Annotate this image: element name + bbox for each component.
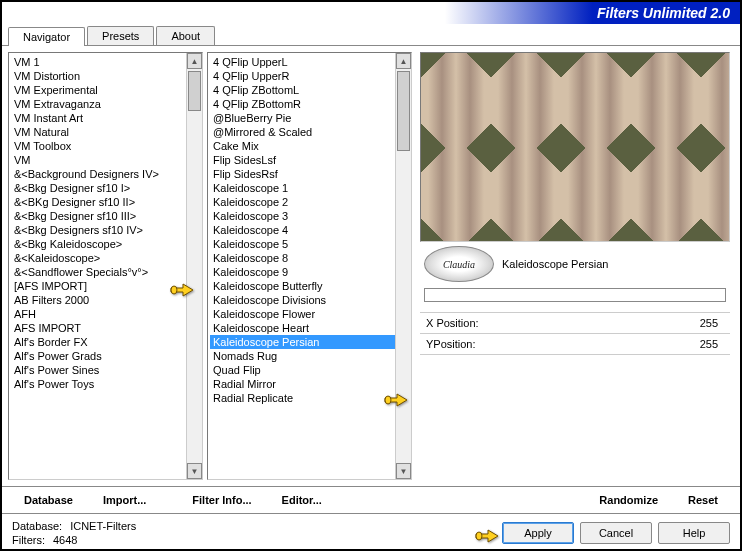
list-item[interactable]: Kaleidoscope 5 bbox=[210, 237, 409, 251]
preview-panel: Claudia Kaleidoscope Persian X Position:… bbox=[416, 52, 734, 480]
list-item[interactable]: Alf's Power Grads bbox=[11, 349, 200, 363]
toolbar: Database Import... Filter Info... Editor… bbox=[2, 486, 740, 514]
footer: Database:ICNET-Filters Filters:4648 Appl… bbox=[2, 514, 740, 551]
randomize-button[interactable]: Randomize bbox=[587, 490, 670, 510]
list-item[interactable]: 4 QFlip ZBottomL bbox=[210, 83, 409, 97]
list-item[interactable]: Alf's Power Sines bbox=[11, 363, 200, 377]
list-item[interactable]: &<Background Designers IV> bbox=[11, 167, 200, 181]
database-button[interactable]: Database bbox=[12, 490, 85, 510]
list-item[interactable]: &<BKg Designer sf10 II> bbox=[11, 195, 200, 209]
list-item[interactable]: 4 QFlip UpperR bbox=[210, 69, 409, 83]
main-panel: VM 1VM DistortionVM ExperimentalVM Extra… bbox=[2, 46, 740, 486]
scroll-up-icon[interactable]: ▲ bbox=[187, 53, 202, 69]
list-item[interactable]: Nomads Rug bbox=[210, 349, 409, 363]
list-item[interactable]: Kaleidoscope 4 bbox=[210, 223, 409, 237]
scroll-down-icon[interactable]: ▼ bbox=[396, 463, 411, 479]
kaleidoscope-preview bbox=[421, 53, 729, 241]
list-item[interactable]: Alf's Power Toys bbox=[11, 377, 200, 391]
title-text: Filters Unlimited 2.0 bbox=[597, 5, 730, 21]
dialog-window: Filters Unlimited 2.0 Navigator Presets … bbox=[0, 0, 742, 551]
list-item[interactable]: Flip SidesLsf bbox=[210, 153, 409, 167]
progress-bar bbox=[424, 288, 726, 302]
list-item[interactable]: VM Extravaganza bbox=[11, 97, 200, 111]
cancel-button[interactable]: Cancel bbox=[580, 522, 652, 544]
list-item[interactable]: &<Bkg Kaleidoscope> bbox=[11, 237, 200, 251]
list-item[interactable]: Kaleidoscope Divisions bbox=[210, 293, 409, 307]
list-item[interactable]: Kaleidoscope 1 bbox=[210, 181, 409, 195]
apply-button[interactable]: Apply bbox=[502, 522, 574, 544]
filters-label: Filters: bbox=[12, 534, 45, 546]
scroll-thumb[interactable] bbox=[188, 71, 201, 111]
list-item[interactable]: Kaleidoscope 9 bbox=[210, 265, 409, 279]
scrollbar[interactable]: ▲ ▼ bbox=[186, 53, 202, 479]
list-item[interactable]: Alf's Border FX bbox=[11, 335, 200, 349]
list-item[interactable]: AFH bbox=[11, 307, 200, 321]
claudia-badge: Claudia bbox=[424, 246, 494, 282]
scroll-up-icon[interactable]: ▲ bbox=[396, 53, 411, 69]
list-item[interactable]: AB Filters 2000 bbox=[11, 293, 200, 307]
list-item[interactable]: &<Bkg Designer sf10 III> bbox=[11, 209, 200, 223]
help-button[interactable]: Help bbox=[658, 522, 730, 544]
list-item[interactable]: 4 QFlip ZBottomR bbox=[210, 97, 409, 111]
editor-button[interactable]: Editor... bbox=[270, 490, 334, 510]
list-item[interactable]: Kaleidoscope Persian bbox=[210, 335, 409, 349]
list-item[interactable]: 4 QFlip UpperL bbox=[210, 55, 409, 69]
category-list[interactable]: VM 1VM DistortionVM ExperimentalVM Extra… bbox=[8, 52, 203, 480]
scroll-thumb[interactable] bbox=[397, 71, 410, 151]
list-item[interactable]: Kaleidoscope Butterfly bbox=[210, 279, 409, 293]
list-item[interactable]: AFS IMPORT bbox=[11, 321, 200, 335]
list-item[interactable]: Kaleidoscope 8 bbox=[210, 251, 409, 265]
list-item[interactable]: Kaleidoscope Heart bbox=[210, 321, 409, 335]
reset-button[interactable]: Reset bbox=[676, 490, 730, 510]
list-item[interactable]: Radial Replicate bbox=[210, 391, 409, 405]
list-item[interactable]: VM 1 bbox=[11, 55, 200, 69]
param-value: 255 bbox=[700, 317, 724, 329]
param-label: YPosition: bbox=[426, 338, 526, 350]
list-item[interactable]: Kaleidoscope Flower bbox=[210, 307, 409, 321]
import-button[interactable]: Import... bbox=[91, 490, 158, 510]
db-value: ICNET-Filters bbox=[70, 520, 136, 532]
list-item[interactable]: &<Sandflower Specials°v°> bbox=[11, 265, 200, 279]
param-row: X Position: 255 bbox=[420, 315, 730, 331]
list-item[interactable]: Quad Flip bbox=[210, 363, 409, 377]
list-item[interactable]: Kaleidoscope 3 bbox=[210, 209, 409, 223]
selected-filter-name: Kaleidoscope Persian bbox=[502, 258, 726, 270]
list-item[interactable]: @Mirrored & Scaled bbox=[210, 125, 409, 139]
tabs: Navigator Presets About bbox=[2, 24, 740, 46]
scroll-down-icon[interactable]: ▼ bbox=[187, 463, 202, 479]
list-item[interactable]: Cake Mix bbox=[210, 139, 409, 153]
tab-navigator[interactable]: Navigator bbox=[8, 27, 85, 46]
param-label: X Position: bbox=[426, 317, 526, 329]
list-item[interactable]: VM bbox=[11, 153, 200, 167]
list-item[interactable]: VM Toolbox bbox=[11, 139, 200, 153]
list-item[interactable]: @BlueBerry Pie bbox=[210, 111, 409, 125]
list-item[interactable]: &<Bkg Designer sf10 I> bbox=[11, 181, 200, 195]
tab-about[interactable]: About bbox=[156, 26, 215, 45]
list-item[interactable]: VM Natural bbox=[11, 125, 200, 139]
preview-image bbox=[420, 52, 730, 242]
list-item[interactable]: VM Distortion bbox=[11, 69, 200, 83]
list-item[interactable]: Radial Mirror bbox=[210, 377, 409, 391]
filters-value: 4648 bbox=[53, 534, 77, 546]
list-item[interactable]: &<Kaleidoscope> bbox=[11, 251, 200, 265]
param-row: YPosition: 255 bbox=[420, 336, 730, 352]
list-item[interactable]: &<Bkg Designers sf10 IV> bbox=[11, 223, 200, 237]
db-label: Database: bbox=[12, 520, 62, 532]
list-item[interactable]: VM Experimental bbox=[11, 83, 200, 97]
titlebar: Filters Unlimited 2.0 bbox=[2, 2, 740, 24]
list-item[interactable]: Kaleidoscope 2 bbox=[210, 195, 409, 209]
filter-list[interactable]: 4 QFlip UpperL4 QFlip UpperR4 QFlip ZBot… bbox=[207, 52, 412, 480]
tab-presets[interactable]: Presets bbox=[87, 26, 154, 45]
scrollbar[interactable]: ▲ ▼ bbox=[395, 53, 411, 479]
list-item[interactable]: Flip SidesRsf bbox=[210, 167, 409, 181]
filter-info-button[interactable]: Filter Info... bbox=[180, 490, 263, 510]
svg-point-2 bbox=[476, 532, 482, 540]
list-item[interactable]: [AFS IMPORT] bbox=[11, 279, 200, 293]
footer-info: Database:ICNET-Filters Filters:4648 bbox=[12, 520, 136, 546]
param-value: 255 bbox=[700, 338, 724, 350]
list-item[interactable]: VM Instant Art bbox=[11, 111, 200, 125]
hand-pointer-icon bbox=[474, 524, 500, 546]
